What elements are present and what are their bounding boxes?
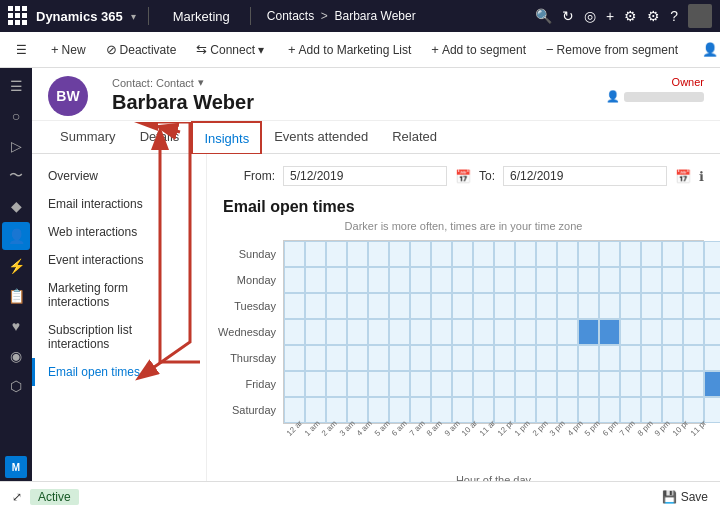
tab-summary[interactable]: Summary — [48, 121, 128, 154]
user-avatar[interactable] — [688, 4, 712, 28]
nav-web-interactions[interactable]: Web interactions — [32, 218, 206, 246]
heatmap-row: Sunday — [284, 241, 703, 267]
heat-cell — [662, 241, 683, 267]
heatmap-row-wrapper: Tuesday — [284, 293, 720, 319]
sidebar-wave-icon[interactable]: 〜 — [2, 162, 30, 190]
heat-cell — [410, 241, 431, 267]
sidebar-circle-icon[interactable]: ◉ — [2, 342, 30, 370]
heatmap-rows: SundayMondayTuesdayWednesdayThursdayFrid… — [284, 241, 703, 423]
app-name[interactable]: Dynamics 365 — [36, 9, 123, 24]
heat-cell — [326, 267, 347, 293]
heat-cell — [662, 267, 683, 293]
settings-icon[interactable]: ⚙ — [647, 8, 660, 24]
heat-cell — [347, 241, 368, 267]
deactivate-icon: ⊘ — [106, 42, 117, 57]
help-icon[interactable]: ? — [670, 8, 678, 24]
heat-cell — [536, 345, 557, 371]
new-button[interactable]: + New — [43, 39, 94, 60]
heat-cell — [578, 345, 599, 371]
heat-cell — [683, 293, 704, 319]
connect-icon: ⇆ — [196, 42, 207, 57]
heat-cell — [389, 319, 410, 345]
heat-cell — [326, 241, 347, 267]
nav-subscription-list[interactable]: Subscription list interactions — [32, 316, 206, 358]
heat-cell — [431, 371, 452, 397]
sidebar-home-icon[interactable]: ○ — [2, 102, 30, 130]
save-button[interactable]: 💾 Save — [662, 490, 708, 504]
sidebar-play-icon[interactable]: ▷ — [2, 132, 30, 160]
sidebar-diamond-icon[interactable]: ◆ — [2, 192, 30, 220]
info-icon[interactable]: ℹ — [699, 169, 704, 184]
heat-cell — [284, 267, 305, 293]
assign-button[interactable]: 👤 Assign — [694, 39, 720, 60]
owner-person-icon: 👤 — [606, 90, 620, 103]
from-calendar-icon[interactable]: 📅 — [455, 169, 471, 184]
grid-icon[interactable] — [8, 6, 28, 26]
to-date-input[interactable] — [503, 166, 667, 186]
heat-cell — [578, 371, 599, 397]
from-label: From: — [244, 169, 275, 183]
owner-label: Owner — [606, 76, 704, 88]
add-icon[interactable]: + — [606, 8, 614, 24]
nav-overview[interactable]: Overview — [32, 162, 206, 190]
sidebar-heart-icon[interactable]: ♥ — [2, 312, 30, 340]
heatmap-row: Monday — [284, 267, 703, 293]
nav-marketing-form[interactable]: Marketing form interactions — [32, 274, 206, 316]
heat-cell — [557, 241, 578, 267]
heat-cell — [284, 397, 305, 423]
heat-cell — [368, 371, 389, 397]
sidebar-user-avatar[interactable]: M — [2, 453, 30, 481]
heatmap-wrapper: SundayMondayTuesdayWednesdayThursdayFrid… — [223, 240, 704, 481]
status-active-badge: Active — [30, 489, 79, 505]
heat-cell — [557, 345, 578, 371]
refresh-icon[interactable]: ↻ — [562, 8, 574, 24]
add-segment-button[interactable]: + Add to segment — [423, 39, 534, 60]
tab-related[interactable]: Related — [380, 121, 449, 154]
nav-divider — [148, 7, 149, 25]
nav-email-open-times[interactable]: Email open times — [32, 358, 206, 386]
heat-cell — [431, 293, 452, 319]
heat-cell — [578, 319, 599, 345]
expand-icon[interactable]: ⤢ — [12, 490, 22, 504]
search-icon[interactable]: 🔍 — [535, 8, 552, 24]
tab-events[interactable]: Events attended — [262, 121, 380, 154]
heat-cell — [536, 371, 557, 397]
heat-cell — [557, 267, 578, 293]
connect-button[interactable]: ⇆ Connect ▾ — [188, 39, 272, 60]
from-date-input[interactable] — [283, 166, 447, 186]
to-calendar-icon[interactable]: 📅 — [675, 169, 691, 184]
hamburger-button[interactable]: ☰ — [8, 40, 35, 60]
heat-cell — [494, 397, 515, 423]
heat-cell — [452, 293, 473, 319]
heat-cell — [599, 293, 620, 319]
heat-cell — [578, 241, 599, 267]
nav-event-interactions[interactable]: Event interactions — [32, 246, 206, 274]
sidebar-list-icon[interactable]: 📋 — [2, 282, 30, 310]
sidebar-person-icon[interactable]: 👤 — [2, 222, 30, 250]
deactivate-button[interactable]: ⊘ Deactivate — [98, 39, 185, 60]
heatmap-row: Friday — [284, 371, 703, 397]
tab-details[interactable]: Details — [128, 121, 192, 154]
main-layout: ☰ ○ ▷ 〜 ◆ 👤 ⚡ 📋 ♥ ◉ ⬡ M BW Contact: Cont… — [0, 68, 720, 481]
heat-cell — [704, 345, 720, 371]
nav-email-interactions[interactable]: Email interactions — [32, 190, 206, 218]
heat-cell — [599, 319, 620, 345]
heat-cell — [326, 319, 347, 345]
secondary-toolbar: ☰ + New ⊘ Deactivate ⇆ Connect ▾ + Add t… — [0, 32, 720, 68]
heat-cell — [683, 371, 704, 397]
heat-cell — [305, 267, 326, 293]
contact-name: Barbara Weber — [112, 91, 590, 114]
filter-icon[interactable]: ⚙ — [624, 8, 637, 24]
new-icon: + — [51, 42, 59, 57]
remove-segment-button[interactable]: − Remove from segment — [538, 39, 686, 60]
nav-module[interactable]: Marketing — [173, 9, 230, 24]
breadcrumb-parent[interactable]: Contacts — [267, 9, 314, 23]
location-icon[interactable]: ◎ — [584, 8, 596, 24]
tab-insights[interactable]: Insights — [191, 121, 262, 154]
heat-cell — [431, 397, 452, 423]
sidebar-menu-icon[interactable]: ☰ — [2, 72, 30, 100]
day-label: Friday — [224, 371, 284, 397]
sidebar-bolt-icon[interactable]: ⚡ — [2, 252, 30, 280]
sidebar-hex-icon[interactable]: ⬡ — [2, 372, 30, 400]
add-marketing-list-button[interactable]: + Add to Marketing List — [280, 39, 419, 60]
